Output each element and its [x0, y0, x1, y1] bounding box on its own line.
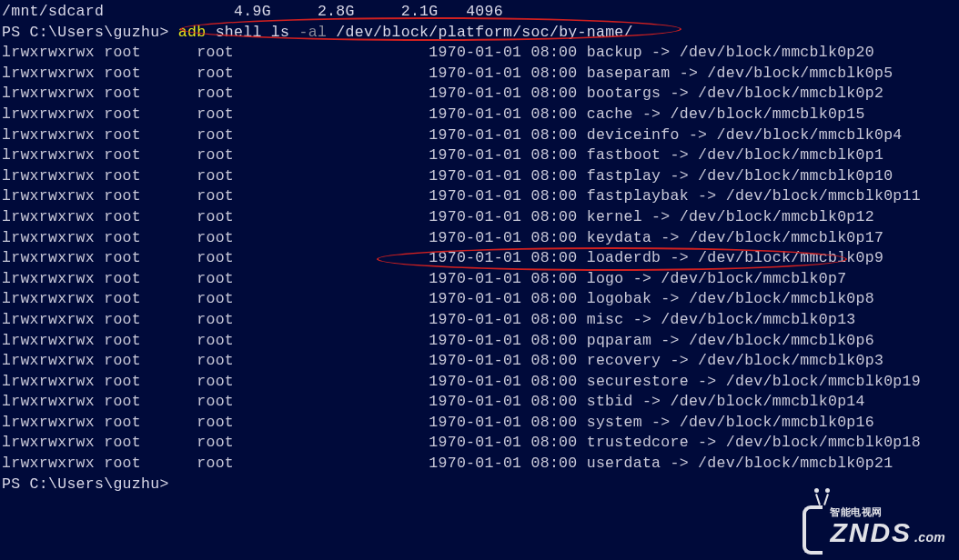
watermark-suffix: .com	[912, 530, 945, 545]
listing-row: lrwxrwxrwx root root 1970-01-01 08:00 lo…	[2, 248, 957, 269]
cmd-adb: adb	[178, 24, 207, 41]
listing-row: lrwxrwxrwx root root 1970-01-01 08:00 bo…	[2, 84, 957, 105]
watermark-brand: ZNDS	[830, 519, 912, 546]
end-prompt: PS C:\Users\guzhu>	[2, 475, 169, 493]
listing-row: lrwxrwxrwx root root 1970-01-01 08:00 ba…	[2, 64, 957, 85]
listing-row: lrwxrwxrwx root root 1970-01-01 08:00 ke…	[2, 228, 957, 249]
used-col: 2.8G	[318, 3, 355, 20]
listing-row: lrwxrwxrwx root root 1970-01-01 08:00 lo…	[2, 269, 957, 290]
prompt: PS C:\Users\guzhu>	[2, 24, 169, 41]
cmd-path: /dev/block/platform/soc/by-name/	[336, 24, 632, 41]
cmd-flag: -al	[298, 24, 327, 41]
listing-row: lrwxrwxrwx root root 1970-01-01 08:00 ca…	[2, 105, 957, 125]
listing-row: lrwxrwxrwx root root 1970-01-01 08:00 tr…	[2, 433, 957, 454]
listing-row: lrwxrwxrwx root root 1970-01-01 08:00 ba…	[2, 43, 957, 64]
listing-row: lrwxrwxrwx root root 1970-01-01 08:00 re…	[2, 351, 957, 372]
listing-row: lrwxrwxrwx root root 1970-01-01 08:00 mi…	[2, 310, 957, 331]
listing-row: lrwxrwxrwx root root 1970-01-01 08:00 de…	[2, 125, 957, 146]
listing-row: lrwxrwxrwx root root 1970-01-01 08:00 pq…	[2, 331, 957, 352]
df-row: /mnt/sdcard 4.9G 2.8G 2.1G 4096	[2, 2, 957, 23]
listing-row: lrwxrwxrwx root root 1970-01-01 08:00 sy…	[2, 413, 957, 434]
avail-col: 2.1G	[401, 3, 439, 20]
command-line: PS C:\Users\guzhu> adb shell ls -al /dev…	[2, 23, 957, 44]
terminal-output[interactable]: /mnt/sdcard 4.9G 2.8G 2.1G 4096 PS C:\Us…	[0, 0, 959, 496]
listing-row: lrwxrwxrwx root root 1970-01-01 08:00 fa…	[2, 166, 957, 187]
listing-row: lrwxrwxrwx root root 1970-01-01 08:00 st…	[2, 392, 957, 413]
size-col: 4.9G	[234, 3, 271, 20]
listing-row: lrwxrwxrwx root root 1970-01-01 08:00 us…	[2, 454, 957, 475]
block-col: 4096	[466, 3, 503, 20]
mount-path: /mnt/sdcard	[2, 3, 104, 20]
listing-row: lrwxrwxrwx root root 1970-01-01 08:00 fa…	[2, 145, 957, 166]
listing-rows: lrwxrwxrwx root root 1970-01-01 08:00 ba…	[2, 43, 957, 474]
listing-row: lrwxrwxrwx root root 1970-01-01 08:00 fa…	[2, 186, 957, 207]
listing-row: lrwxrwxrwx root root 1970-01-01 08:00 ke…	[2, 207, 957, 228]
cmd-shell-ls: shell ls	[216, 24, 290, 41]
listing-row: lrwxrwxrwx root root 1970-01-01 08:00 lo…	[2, 289, 957, 310]
watermark-bracket-icon	[803, 505, 823, 555]
listing-row: lrwxrwxrwx root root 1970-01-01 08:00 se…	[2, 372, 957, 393]
watermark: 智能电视网 ZNDS.com	[803, 505, 945, 546]
